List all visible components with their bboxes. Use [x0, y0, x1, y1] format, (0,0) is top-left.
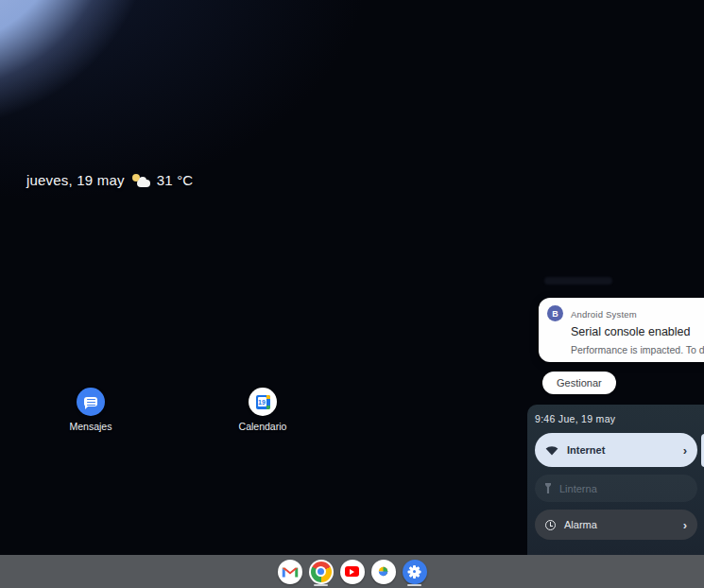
wifi-icon: [545, 445, 558, 456]
photos-icon[interactable]: [371, 560, 396, 584]
notification-title: Serial console enabled: [571, 325, 690, 338]
calendar-day-number: 19: [258, 397, 266, 406]
cloud-shape: [137, 180, 150, 187]
date-weather-widget[interactable]: jueves, 19 may 31 °C: [26, 172, 193, 188]
notification-app-name: Android System: [571, 309, 637, 320]
dimmed-text-artifact: [544, 277, 612, 285]
tile-alarma[interactable]: Alarma ›: [535, 510, 697, 540]
youtube-icon[interactable]: [340, 560, 365, 584]
gmail-icon[interactable]: [278, 560, 302, 584]
quick-settings-panel: 9:46 Jue, 19 may Internet › Linterna Ala…: [527, 405, 704, 555]
android-system-icon: B: [547, 305, 563, 321]
notification-body: Performance is impacted. To disable, che…: [571, 344, 704, 355]
app-label: Mensajes: [60, 421, 121, 432]
app-shortcut-calendario[interactable]: 19 Calendario: [232, 388, 293, 432]
chevron-right-icon: ›: [683, 444, 687, 457]
chrome-icon[interactable]: [309, 560, 334, 584]
alarm-icon: [545, 520, 556, 530]
date-label: jueves, 19 may: [26, 172, 125, 188]
tile-internet[interactable]: Internet ›: [535, 433, 697, 467]
taskbar: [0, 555, 704, 588]
desktop-wallpaper: jueves, 19 may 31 °C Mensajes 19 Calenda…: [0, 0, 704, 588]
running-indicator-chrome: [314, 584, 328, 586]
chevron-right-icon: ›: [683, 519, 687, 531]
app-shortcut-mensajes[interactable]: Mensajes: [60, 388, 121, 432]
manage-button[interactable]: Gestionar: [542, 372, 616, 394]
panel-datetime: 9:46 Jue, 19 may: [535, 413, 615, 424]
flashlight-icon: [545, 483, 551, 493]
app-label: Calendario: [232, 421, 293, 432]
tile-label: Linterna: [559, 483, 597, 494]
tile-linterna[interactable]: Linterna: [535, 475, 697, 502]
temperature-label: 31 °C: [157, 172, 194, 188]
calendar-icon: 19: [249, 388, 277, 416]
tile-label: Alarma: [564, 519, 597, 530]
messages-icon: [77, 388, 105, 416]
tile-label: Internet: [567, 444, 605, 456]
partly-cloudy-icon: [131, 174, 150, 187]
notification-card[interactable]: B Android System Serial console enabled …: [539, 298, 704, 362]
settings-icon[interactable]: [403, 560, 427, 584]
running-indicator-settings: [407, 584, 421, 586]
